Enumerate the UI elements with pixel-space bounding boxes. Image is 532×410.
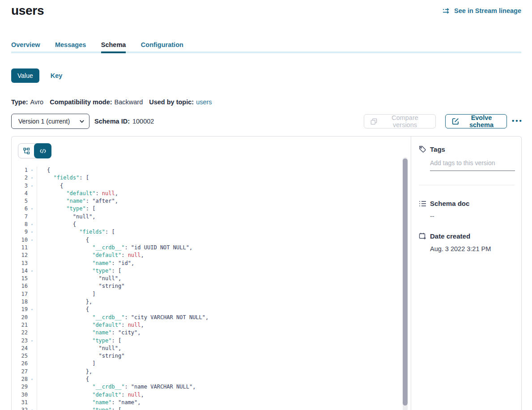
- code-text: "string": [37, 352, 124, 360]
- code-line: 20 "__crdb__": "city VARCHAR NOT NULL",: [12, 314, 411, 321]
- code-line: 19▾ {: [12, 306, 411, 313]
- tab-configuration[interactable]: Configuration: [141, 40, 183, 51]
- type-label: Type:: [11, 98, 28, 106]
- code-text: },: [37, 298, 92, 306]
- compare-versions-icon: [370, 118, 377, 125]
- code-text: "fields": [: [37, 228, 115, 236]
- code-text: "type": [: [37, 205, 95, 213]
- code-line: 6▾ "type": [: [12, 205, 411, 213]
- fold-arrow-icon[interactable]: ▾: [28, 205, 37, 213]
- tags-section-header: Tags: [419, 145, 514, 153]
- code-line: 2▾ "fields": [: [12, 174, 411, 182]
- scrollbar-thumb[interactable]: [403, 158, 408, 406]
- tab-overview[interactable]: Overview: [11, 40, 40, 51]
- stream-lineage-link[interactable]: See in Stream lineage: [443, 7, 521, 14]
- fold-arrow-icon[interactable]: ▾: [28, 174, 37, 182]
- fold-arrow-icon[interactable]: ▾: [28, 221, 37, 228]
- code-text: "null",: [37, 275, 121, 282]
- code-line: 14▾ "type": [: [12, 267, 411, 275]
- code-line: 21 "default": null,: [12, 321, 411, 329]
- type-value: Avro: [30, 98, 44, 106]
- fold-arrow-icon[interactable]: ▾: [28, 228, 37, 236]
- key-tab-link[interactable]: Key: [51, 72, 63, 79]
- code-line: 15 "null",: [12, 275, 411, 282]
- code-view-button[interactable]: [34, 143, 51, 158]
- more-options-button[interactable]: •••: [512, 114, 523, 128]
- line-number: 3: [12, 182, 28, 190]
- code-text: "__crdb__": "name VARCHAR NULL",: [37, 383, 196, 391]
- evolve-schema-button[interactable]: Evolve schema: [445, 114, 507, 128]
- code-line: 13 "name": "id",: [12, 260, 411, 267]
- fold-gutter: [28, 213, 37, 221]
- line-number: 10: [12, 236, 28, 244]
- code-line: 9▾ "fields": [: [12, 228, 411, 236]
- code-line: 17 ]: [12, 290, 411, 298]
- stream-lineage-label: See in Stream lineage: [454, 7, 521, 14]
- fold-gutter: [28, 383, 37, 391]
- chevron-down-icon: [80, 120, 84, 124]
- tag-icon: [419, 145, 426, 153]
- code-line: 1▾{: [12, 167, 411, 174]
- code-line: 11 "__crdb__": "id UUID NOT NULL",: [12, 244, 411, 252]
- code-line: 24 "null",: [12, 345, 411, 352]
- code-text: {: [37, 182, 63, 190]
- add-tags-input[interactable]: [430, 159, 515, 171]
- fold-gutter: [28, 352, 37, 360]
- schema-code-panel: 1▾{2▾ "fields": [3▾ {4 "default": null,5…: [12, 137, 411, 410]
- date-created-section: Date created Aug. 3 2022 3:21 PM: [419, 232, 514, 252]
- fold-arrow-icon[interactable]: ▾: [28, 376, 37, 383]
- stream-lineage-icon: [443, 8, 451, 14]
- code-line: 16 "string": [12, 282, 411, 290]
- code-text: "default": null,: [37, 190, 118, 197]
- version-select[interactable]: Version 1 (current): [11, 114, 89, 129]
- fold-arrow-icon[interactable]: ▾: [28, 267, 37, 275]
- date-created-header: Date created: [419, 232, 514, 240]
- line-number: 31: [12, 399, 28, 406]
- fold-arrow-icon[interactable]: ▾: [28, 337, 37, 345]
- code-line: 29 "__crdb__": "name VARCHAR NULL",: [12, 383, 411, 391]
- code-text: "name": "city",: [37, 329, 141, 337]
- fold-arrow-icon[interactable]: ▾: [28, 182, 37, 190]
- code-text: {: [37, 306, 89, 313]
- version-select-value: Version 1 (current): [18, 118, 70, 125]
- fold-arrow-icon[interactable]: ▾: [28, 306, 37, 313]
- code-text: "type": [: [37, 406, 121, 410]
- tab-bar: Overview Messages Schema Configuration: [11, 40, 196, 51]
- schema-id-label: Schema ID:: [94, 118, 130, 125]
- schema-doc-value: --: [430, 213, 514, 220]
- fold-arrow-icon[interactable]: ▾: [28, 236, 37, 244]
- line-number: 30: [12, 391, 28, 399]
- line-number: 22: [12, 329, 28, 337]
- tree-view-button[interactable]: [18, 144, 35, 158]
- code-text: "type": [: [37, 337, 121, 345]
- compare-versions-label: Compare versions: [381, 114, 429, 128]
- code-line: 18 },: [12, 298, 411, 306]
- code-view-icon: [40, 149, 46, 154]
- fold-gutter: [28, 190, 37, 197]
- value-tab-button[interactable]: Value: [11, 68, 39, 83]
- type-pair: Type: Avro: [11, 98, 43, 106]
- compare-versions-button[interactable]: Compare versions: [364, 114, 436, 128]
- page-title: users: [11, 4, 44, 18]
- fold-arrow-icon[interactable]: ▾: [28, 406, 37, 410]
- code-text: "default": null,: [37, 391, 144, 399]
- tab-messages[interactable]: Messages: [55, 40, 86, 51]
- code-text: "name": "id",: [37, 260, 134, 267]
- line-number: 7: [12, 213, 28, 221]
- fold-gutter: [28, 329, 37, 337]
- scrollbar-track[interactable]: [403, 157, 408, 410]
- line-number: 14: [12, 267, 28, 275]
- code-line: 22 "name": "city",: [12, 329, 411, 337]
- calendar-plus-icon: [419, 232, 426, 240]
- line-number: 12: [12, 252, 28, 259]
- fold-gutter: [28, 391, 37, 399]
- topic-link[interactable]: users: [196, 98, 212, 106]
- tab-schema[interactable]: Schema: [101, 40, 126, 51]
- fold-gutter: [28, 360, 37, 367]
- line-number: 24: [12, 345, 28, 352]
- code-text: {: [37, 376, 89, 383]
- fold-arrow-icon[interactable]: ▾: [28, 167, 37, 174]
- fold-gutter: [28, 321, 37, 329]
- line-number: 16: [12, 282, 28, 290]
- code-text: },: [37, 368, 92, 376]
